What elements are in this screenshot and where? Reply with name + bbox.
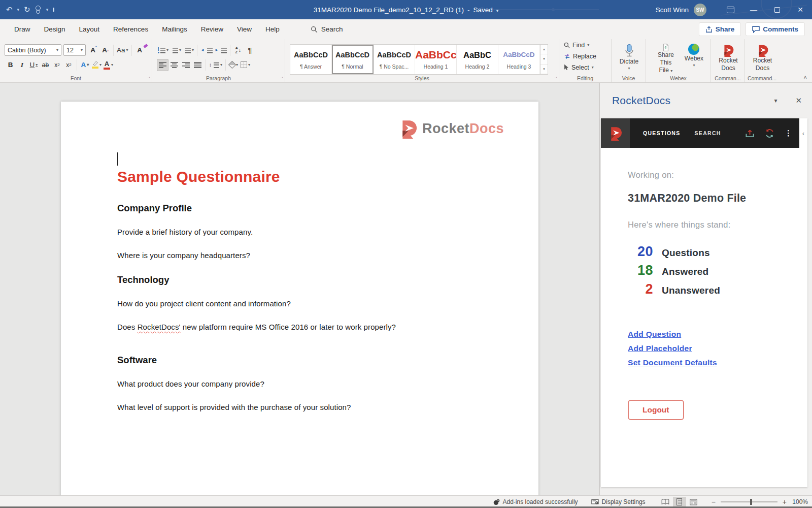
- font-color-button[interactable]: A ▾: [103, 59, 114, 71]
- undo-dropdown-icon[interactable]: ▾: [17, 7, 20, 12]
- collapse-ribbon-icon[interactable]: ˄: [804, 74, 807, 80]
- zoom-slider[interactable]: [721, 501, 777, 502]
- multilevel-list-button[interactable]: ▾: [182, 44, 195, 56]
- align-left-button[interactable]: [157, 59, 168, 71]
- task-pane-options-icon[interactable]: ▾: [774, 97, 777, 104]
- display-settings-button[interactable]: Display Settings: [591, 498, 646, 505]
- select-button[interactable]: Select▾: [564, 62, 607, 72]
- styles-scroll-up-icon[interactable]: ▴: [540, 45, 548, 54]
- style-answer[interactable]: AaBbCcD ¶ Answer: [290, 45, 332, 74]
- italic-button[interactable]: I: [16, 59, 28, 71]
- more-options-icon[interactable]: ⋮: [785, 129, 792, 138]
- increase-indent-button[interactable]: ►: [214, 44, 228, 56]
- task-pane-close-icon[interactable]: ✕: [795, 96, 802, 105]
- style-normal[interactable]: AaBbCcD ¶ Normal: [332, 45, 374, 74]
- web-layout-button[interactable]: [687, 497, 700, 507]
- dictate-button[interactable]: Dictate ▾: [616, 43, 642, 74]
- rocketdocs-toolbar-logo[interactable]: [601, 118, 630, 148]
- replace-button[interactable]: Replace: [564, 51, 607, 61]
- add-question-link[interactable]: Add Question: [628, 330, 790, 339]
- show-paragraph-marks-button[interactable]: ¶: [244, 44, 256, 56]
- quick-access-addin-icon[interactable]: [35, 6, 42, 14]
- add-placeholder-link[interactable]: Add Placeholder: [628, 344, 790, 353]
- comments-label: Comments: [763, 25, 798, 33]
- styles-scroll-down-icon[interactable]: ▾: [540, 54, 548, 64]
- style-heading-2[interactable]: AaBbC Heading 2: [457, 45, 498, 74]
- shading-button[interactable]: ▾: [228, 59, 240, 71]
- grow-font-button[interactable]: Aˆ: [88, 44, 99, 56]
- strikethrough-button[interactable]: ab: [40, 59, 51, 71]
- bold-button[interactable]: B: [5, 59, 16, 71]
- align-center-button[interactable]: [168, 59, 180, 71]
- select-label: Select: [571, 64, 589, 71]
- justify-button[interactable]: [192, 59, 204, 71]
- rocket-docs-button-2[interactable]: Rocket Docs: [750, 43, 775, 74]
- tab-design[interactable]: Design: [44, 25, 65, 33]
- change-case-button[interactable]: Aa▾: [116, 44, 129, 56]
- highlight-button[interactable]: ▾: [91, 59, 103, 71]
- tab-review[interactable]: Review: [201, 25, 223, 33]
- text-effects-button[interactable]: A▾: [79, 59, 91, 71]
- font-dialog-launcher[interactable]: ⌐: [147, 76, 150, 81]
- tab-view[interactable]: View: [237, 25, 252, 33]
- borders-button[interactable]: ▾: [240, 59, 251, 71]
- nav-search[interactable]: SEARCH: [695, 130, 721, 136]
- sync-icon[interactable]: [765, 129, 774, 138]
- redo-icon[interactable]: ↻: [24, 5, 30, 14]
- superscript-button[interactable]: x2: [63, 59, 75, 71]
- tab-draw[interactable]: Draw: [14, 25, 30, 33]
- find-button[interactable]: Find▾: [564, 40, 607, 50]
- sort-button[interactable]: AZ↓: [232, 44, 244, 56]
- webex-button[interactable]: Webex ▾: [681, 43, 707, 74]
- comments-button[interactable]: Comments: [746, 22, 805, 36]
- style-heading-1[interactable]: AaBbCcD Heading 1: [415, 45, 457, 74]
- align-right-button[interactable]: [180, 59, 192, 71]
- tab-layout[interactable]: Layout: [79, 25, 100, 33]
- save-status[interactable]: Saved: [473, 6, 493, 14]
- print-layout-button[interactable]: [673, 497, 686, 507]
- pane-collapse-chevron-icon[interactable]: ‹: [799, 118, 807, 148]
- shrink-font-button[interactable]: Aˇ: [99, 44, 111, 56]
- share-this-file-button[interactable]: Share This File ▾: [651, 43, 681, 74]
- numbered-list-button[interactable]: ▾: [170, 44, 182, 56]
- zoom-slider-thumb[interactable]: [750, 499, 752, 505]
- minimize-button[interactable]: —: [742, 0, 765, 19]
- avatar[interactable]: SW: [694, 4, 706, 16]
- search-box[interactable]: Search: [311, 25, 343, 33]
- font-name-select[interactable]: Calibri (Body)▾: [5, 44, 61, 56]
- line-spacing-button[interactable]: ↕▾: [208, 59, 223, 71]
- upload-icon[interactable]: [745, 129, 755, 138]
- decrease-indent-button[interactable]: ◄: [199, 44, 214, 56]
- maximize-button[interactable]: [765, 0, 789, 19]
- save-status-dropdown-icon[interactable]: ▾: [496, 8, 499, 13]
- read-mode-button[interactable]: [659, 497, 672, 507]
- style-heading-3[interactable]: AaBbCcD Heading 3: [498, 45, 540, 74]
- styles-dialog-launcher[interactable]: ⌐: [554, 76, 557, 81]
- ribbon-display-options-button[interactable]: [719, 0, 742, 19]
- font-size-select[interactable]: 12▾: [63, 44, 86, 56]
- rocket-docs-button-1[interactable]: Rocket Docs: [716, 43, 741, 74]
- zoom-in-button[interactable]: +: [783, 498, 787, 506]
- share-button[interactable]: Share: [699, 22, 741, 36]
- undo-icon[interactable]: ↶: [6, 5, 13, 14]
- document-page[interactable]: RocketDocs Sample Questionnaire Company …: [61, 102, 538, 495]
- styles-gallery-more-icon[interactable]: ▾: [540, 65, 548, 74]
- tab-help[interactable]: Help: [265, 25, 280, 33]
- close-button[interactable]: ✕: [789, 0, 812, 19]
- set-document-defaults-link[interactable]: Set Document Defaults: [628, 358, 790, 367]
- paragraph-dialog-launcher[interactable]: ⌐: [280, 76, 283, 81]
- tab-mailings[interactable]: Mailings: [162, 25, 187, 33]
- bullet-list-button[interactable]: ▾: [157, 44, 170, 56]
- customize-quick-access-icon[interactable]: [53, 8, 54, 12]
- zoom-level[interactable]: 100%: [790, 498, 808, 505]
- zoom-out-button[interactable]: −: [712, 498, 716, 506]
- logout-button[interactable]: Logout: [628, 400, 684, 420]
- underline-button[interactable]: U▾: [28, 59, 40, 71]
- clear-formatting-button[interactable]: A: [134, 44, 146, 56]
- document-content[interactable]: Sample Questionnaire Company Profile Pro…: [117, 152, 495, 426]
- style-no-spacing[interactable]: AaBbCcD ¶ No Spac...: [374, 45, 415, 74]
- nav-questions[interactable]: QUESTIONS: [643, 130, 681, 136]
- tab-references[interactable]: References: [113, 25, 148, 33]
- quick-access-dropdown-icon[interactable]: ▾: [46, 7, 49, 12]
- subscript-button[interactable]: x2: [51, 59, 63, 71]
